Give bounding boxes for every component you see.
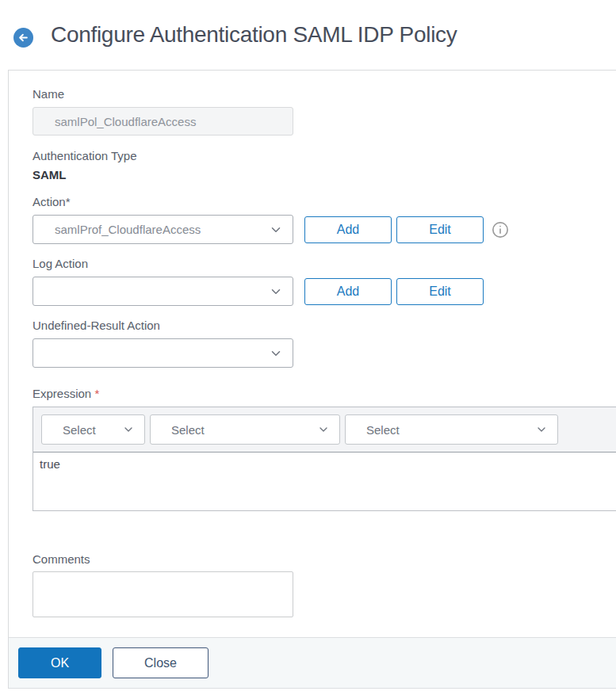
- back-button[interactable]: [13, 28, 33, 48]
- expression-select-2-value: Select: [171, 423, 317, 437]
- required-asterisk: *: [94, 387, 99, 400]
- log-action-row: Add Edit: [33, 277, 616, 306]
- log-action-edit-button[interactable]: Edit: [396, 278, 484, 305]
- authentication-type-value: SAML: [33, 168, 616, 182]
- ok-button[interactable]: OK: [18, 647, 101, 678]
- form-content: Name Authentication Type SAML Action* sa…: [9, 71, 616, 621]
- action-row: samlProf_CloudflareAccess Add Edit: [33, 215, 616, 244]
- expression-select-2[interactable]: Select: [150, 414, 340, 445]
- action-label: Action*: [33, 195, 616, 209]
- authentication-type-label: Authentication Type: [33, 149, 616, 163]
- chevron-down-icon: [122, 423, 135, 436]
- chevron-down-icon: [535, 423, 548, 436]
- arrow-left-icon: [17, 32, 29, 44]
- expression-builder-toolbar: Select Select Select: [33, 407, 616, 453]
- name-label: Name: [33, 87, 616, 101]
- action-edit-button[interactable]: Edit: [396, 216, 484, 243]
- expression-select-3-value: Select: [366, 423, 535, 437]
- log-action-select[interactable]: [33, 277, 293, 306]
- chevron-down-icon: [317, 423, 330, 436]
- undefined-result-action-label: Undefined-Result Action: [33, 319, 616, 333]
- expression-builder: Select Select Select: [33, 407, 616, 511]
- expression-select-1[interactable]: Select: [41, 414, 145, 445]
- action-add-button[interactable]: Add: [304, 216, 392, 243]
- name-input[interactable]: [33, 107, 293, 136]
- configure-saml-idp-policy-page: { "header": { "title": "Configure Authen…: [0, 0, 616, 695]
- action-select-value: samlProf_CloudflareAccess: [55, 223, 269, 236]
- expression-label: Expression *: [33, 387, 616, 401]
- log-action-label: Log Action: [33, 257, 616, 271]
- chevron-down-icon: [269, 346, 283, 361]
- page-title: Configure Authentication SAML IDP Policy: [51, 0, 457, 70]
- footer-action-bar: OK Close: [9, 637, 616, 689]
- form-panel: Name Authentication Type SAML Action* sa…: [8, 70, 616, 689]
- expression-select-1-value: Select: [63, 423, 122, 437]
- log-action-add-button[interactable]: Add: [304, 278, 392, 305]
- close-button[interactable]: Close: [113, 647, 209, 678]
- info-circle-icon[interactable]: [492, 221, 509, 239]
- expression-input[interactable]: true: [33, 453, 616, 510]
- expression-label-text: Expression: [33, 387, 91, 400]
- page-header: Configure Authentication SAML IDP Policy: [0, 0, 616, 70]
- chevron-down-icon: [269, 223, 283, 237]
- action-select[interactable]: samlProf_CloudflareAccess: [33, 215, 293, 244]
- comments-input[interactable]: [33, 571, 293, 617]
- comments-label: Comments: [33, 552, 616, 567]
- undefined-result-action-select[interactable]: [33, 338, 293, 368]
- expression-select-3[interactable]: Select: [345, 414, 558, 445]
- chevron-down-icon: [269, 284, 283, 299]
